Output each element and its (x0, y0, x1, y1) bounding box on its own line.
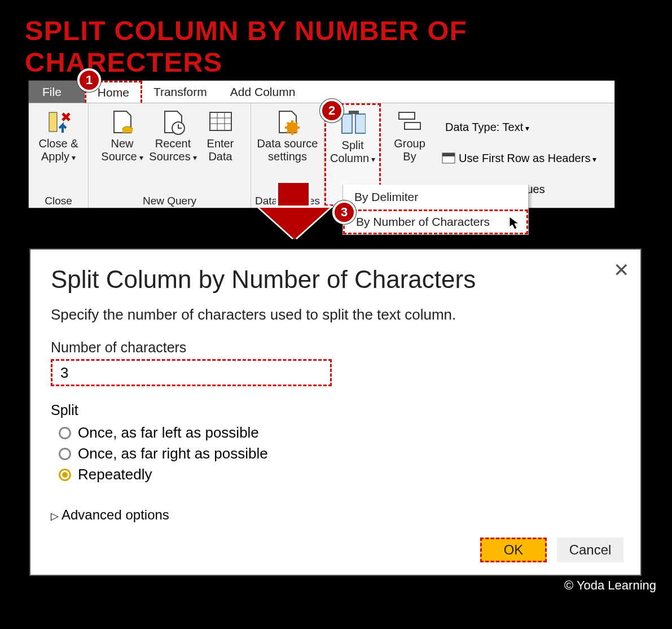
enter-data-icon (208, 109, 234, 135)
tab-transform[interactable]: Transform (142, 81, 219, 103)
svg-rect-18 (355, 114, 366, 133)
callout-badge-2: 2 (320, 99, 344, 123)
dialog-close-button[interactable]: ✕ (613, 259, 629, 281)
data-type-button[interactable]: Data Type: Text (442, 116, 596, 138)
svg-rect-4 (122, 129, 133, 133)
svg-rect-6 (210, 112, 231, 130)
table-header-icon (442, 152, 455, 164)
data-source-settings-icon (275, 109, 301, 135)
svg-rect-23 (442, 153, 455, 156)
group-by-button[interactable]: Group By (387, 107, 432, 193)
split-mode-label: Split (51, 402, 620, 418)
close-apply-icon (46, 109, 72, 135)
enter-data-label: Enter Data (199, 137, 243, 163)
svg-rect-0 (49, 112, 57, 132)
dialog-title: Split Column by Number of Characters (51, 265, 620, 294)
svg-rect-19 (349, 111, 359, 114)
recent-sources-button[interactable]: Recent Sources (148, 107, 199, 193)
radio-repeatedly-label: Repeatedly (78, 466, 152, 483)
data-type-label: Data Type: Text (445, 116, 529, 138)
new-source-label: New Source (97, 137, 148, 163)
data-source-settings-label: Data source settings (254, 137, 322, 163)
enter-data-button[interactable]: Enter Data (199, 107, 243, 193)
ribbon-tabs: File Home Transform Add Column (29, 81, 614, 103)
dropdown-by-number-of-characters[interactable]: By Number of Characters (343, 209, 528, 234)
dropdown-by-number-label: By Number of Characters (356, 215, 490, 229)
group-new-query: New Source Recent Sources Enter Data New… (89, 103, 251, 208)
group-new-query-label: New Query (143, 193, 196, 211)
page-title: SPLIT COLUMN BY NUMBER OF CHARECTERS (25, 15, 656, 78)
dialog-buttons: OK Cancel (480, 538, 623, 562)
num-characters-label: Number of characters (51, 339, 620, 356)
data-source-settings-button[interactable]: Data source settings (254, 107, 322, 193)
close-apply-button[interactable]: Close & Apply (33, 107, 84, 193)
radio-icon (59, 448, 71, 460)
first-row-headers-label: Use First Row as Headers (459, 147, 596, 169)
recent-sources-label: Recent Sources (148, 137, 199, 163)
close-apply-label: Close & Apply (33, 137, 84, 163)
tab-add-column[interactable]: Add Column (219, 81, 308, 103)
new-source-icon (109, 109, 135, 135)
split-column-label: Split Column (326, 139, 379, 165)
callout-badge-3: 3 (332, 200, 356, 224)
advanced-options-toggle[interactable]: Advanced options (51, 507, 620, 523)
mouse-cursor-icon (508, 216, 521, 230)
group-close-label: Close (45, 193, 72, 211)
cancel-button[interactable]: Cancel (557, 538, 623, 562)
num-characters-input[interactable]: 3 (51, 359, 332, 386)
ok-button[interactable]: OK (480, 538, 547, 562)
radio-icon-selected (59, 469, 71, 481)
callout-badge-1: 1 (77, 68, 101, 92)
first-row-headers-button[interactable]: Use First Row as Headers (442, 147, 596, 169)
split-column-dropdown: By Delimiter By Number of Characters (342, 185, 529, 235)
recent-sources-icon (160, 109, 186, 135)
radio-repeatedly[interactable]: Repeatedly (59, 466, 620, 483)
group-by-icon (397, 109, 423, 135)
svg-rect-21 (405, 123, 420, 129)
attribution-text: © Yoda Learning (564, 578, 656, 593)
new-source-button[interactable]: New Source (97, 107, 148, 193)
radio-icon (59, 427, 71, 439)
radio-once-left-label: Once, as far left as possible (78, 424, 259, 442)
flow-arrow-icon (260, 181, 327, 243)
radio-once-right[interactable]: Once, as far right as possible (59, 445, 620, 462)
group-by-label: Group By (387, 137, 432, 163)
svg-rect-20 (399, 112, 415, 119)
dropdown-by-delimiter[interactable]: By Delimiter (343, 185, 528, 209)
tab-file[interactable]: File (29, 81, 85, 103)
group-close: Close & Apply Close (29, 103, 89, 208)
dialog-subtitle: Specify the number of characters used to… (51, 306, 620, 324)
radio-once-left[interactable]: Once, as far left as possible (59, 424, 620, 442)
svg-rect-17 (342, 114, 352, 133)
split-column-icon (340, 111, 366, 137)
split-dialog: ✕ Split Column by Number of Characters S… (29, 248, 642, 576)
radio-once-right-label: Once, as far right as possible (78, 445, 268, 462)
